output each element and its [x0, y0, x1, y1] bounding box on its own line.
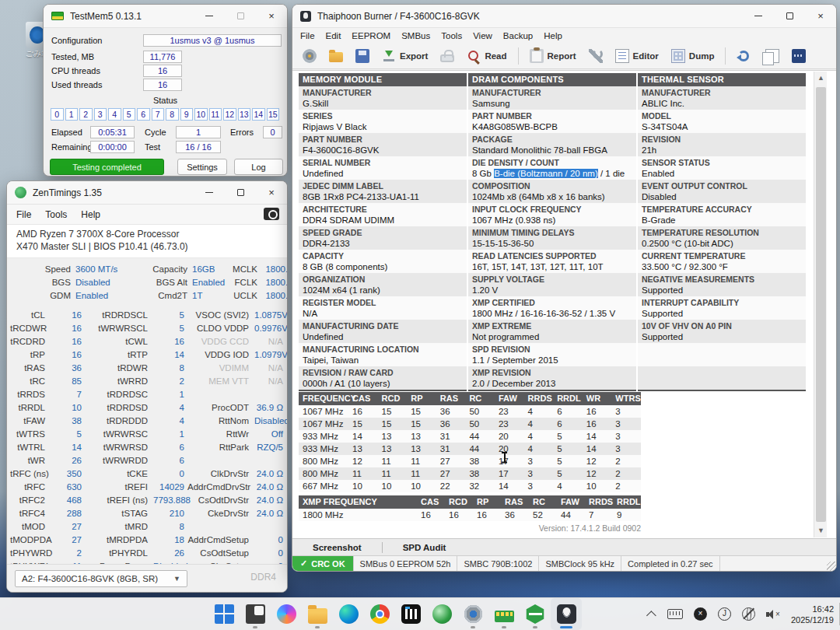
taskbar-globe-app-icon[interactable] [426, 598, 457, 630]
network-offline-icon[interactable] [742, 607, 755, 621]
field-value: Not programmed [472, 331, 636, 342]
cycle-value: 1 [176, 126, 221, 138]
cell: 7 [585, 509, 613, 521]
taskbar-equalizer-app-icon[interactable] [395, 598, 426, 630]
tab-screenshot[interactable]: Screenshot [292, 543, 382, 552]
taskbar-gear-app-icon[interactable] [457, 598, 488, 630]
toolbar-export-button[interactable]: Export [378, 47, 432, 65]
close-button[interactable]: × [256, 5, 287, 27]
taskbar-start-icon[interactable] [208, 598, 240, 630]
taskview-icon [246, 604, 265, 624]
menu-item-file[interactable]: File [300, 31, 315, 40]
status-box: 4 [108, 108, 121, 121]
thaiphoon-app-icon [557, 604, 576, 624]
toolbar-firmware-button[interactable] [788, 47, 810, 65]
info-label: UCLK [233, 289, 262, 303]
testmem5-titlebar[interactable]: TestMem5 0.13.1 × [44, 5, 287, 28]
edge-icon [339, 604, 359, 624]
taskbar-testmem5-app-icon[interactable] [488, 598, 520, 630]
cell: 36 [436, 418, 466, 430]
taskbar-chrome-icon[interactable] [364, 598, 395, 630]
menu-item-tools[interactable]: Tools [45, 209, 67, 220]
status-circle-x-icon[interactable]: × [694, 607, 707, 621]
firmware-icon [792, 49, 806, 63]
field-label: CAPACITY [303, 251, 467, 261]
toolbar-lock-button[interactable] [436, 47, 458, 65]
scroll-down-icon[interactable]: ▼ [814, 524, 828, 537]
wrench-icon [589, 49, 603, 63]
toolbar-editor-button[interactable]: Editor [611, 47, 663, 65]
log-button[interactable]: Log [234, 159, 283, 175]
field-label: TEMPERATURE RESOLUTION [642, 228, 806, 238]
taskbar-zentimings-app-icon[interactable] [520, 598, 551, 630]
resize-grip[interactable] [827, 562, 836, 571]
menu-item-help[interactable]: Help [81, 209, 100, 220]
volume-muted-icon[interactable]: × [766, 609, 780, 620]
minimize-button[interactable] [194, 181, 225, 204]
timings-grid: tCL16tRDRDSCL5VSOC (SVI2)1.0875VtRCDWR16… [7, 307, 287, 573]
toolbar-folder-button[interactable] [325, 47, 347, 65]
timing-value: 2 [51, 547, 85, 560]
field-label: MANUFACTURING DATE [303, 321, 467, 331]
taskbar-taskview-icon[interactable] [240, 598, 271, 630]
close-button[interactable]: × [805, 5, 836, 27]
header-cell: CAS [417, 495, 445, 509]
spd-field: ORGANIZATION1024M x64 (1 rank) [299, 273, 467, 296]
taskbar-clock[interactable]: 16:42 2025/12/19 [791, 604, 834, 625]
field-value: 1.20 V [472, 285, 636, 296]
settings-button[interactable]: Settings [177, 159, 227, 175]
spd-field: XMP EXTREMENot programmed [468, 320, 636, 343]
minimize-button[interactable] [743, 5, 774, 27]
timing-label: tRFC4 [10, 507, 51, 520]
menu-item-backup[interactable]: Backup [503, 31, 533, 40]
timing-value: 7 [51, 388, 85, 401]
toolbar-read-button[interactable]: Read [463, 47, 510, 65]
minimize-button[interactable] [194, 5, 225, 27]
vertical-scrollbar[interactable]: ▲ ▼ [814, 72, 827, 537]
menu-item-smbus[interactable]: SMBus [401, 31, 430, 40]
close-button[interactable]: × [256, 181, 287, 204]
clock-app-icon[interactable]: J [718, 607, 731, 621]
maximize-button[interactable] [225, 181, 256, 204]
taskbar-edge-icon[interactable] [333, 598, 364, 630]
menu-item-tools[interactable]: Tools [441, 31, 462, 40]
scroll-up-icon[interactable]: ▲ [814, 72, 828, 85]
timing-label: tRRDS [10, 388, 51, 401]
toolbar-gear-button[interactable] [299, 47, 320, 65]
scrollbar-thumb[interactable] [816, 87, 826, 522]
screenshot-camera-icon[interactable] [264, 208, 279, 220]
menu-item-edit[interactable]: Edit [326, 31, 341, 40]
info-value: 1800.00 [262, 276, 288, 289]
header-cell: RAS [501, 495, 529, 509]
maximize-button[interactable] [774, 5, 805, 27]
tab-spd-audit[interactable]: SPD Audit [383, 543, 467, 552]
timing-label: tMRD [85, 520, 153, 534]
menu-item-view[interactable]: View [473, 31, 492, 40]
toolbar-dump-button[interactable]: Dump [667, 47, 719, 65]
dimm-select[interactable]: A2: F4-3600C16-8GVK (8GB, SR)▼ [15, 570, 187, 587]
zentimings-titlebar[interactable]: ZenTimings 1.35 × [7, 181, 287, 205]
timing-label: tWTRL [10, 441, 51, 454]
thaiphoon-titlebar[interactable]: Thaiphoon Burner / F4-3600C16-8GVK × [292, 5, 836, 28]
menu-item-file[interactable]: File [16, 209, 31, 220]
info-label: BGS Alt [131, 276, 192, 289]
touch-keyboard-icon[interactable] [667, 609, 683, 619]
field-label: ORGANIZATION [303, 275, 467, 285]
toolbar-report-button[interactable]: Report [526, 47, 580, 65]
timing-value: 5 [51, 428, 85, 441]
taskbar-explorer-icon[interactable] [302, 598, 333, 630]
toolbar-wrench-button[interactable] [585, 47, 607, 65]
toolbar-copy-button[interactable] [759, 47, 783, 65]
timing-value: 6 [153, 454, 187, 467]
menu-item-help[interactable]: Help [544, 31, 562, 40]
taskbar-copilot-icon[interactable] [271, 598, 302, 630]
menu-item-eeprom[interactable]: EEPROM [352, 31, 390, 40]
toolbar-save-button[interactable] [352, 47, 373, 65]
spd-field: PACKAGEStandard Monolithic 78-ball FBGA [468, 133, 636, 156]
info-value: 16GB [192, 263, 233, 276]
status-segment: SMBClock 95 kHz [539, 556, 621, 571]
tray-overflow-chevron-icon[interactable] [646, 611, 656, 621]
timing-value: 16 [51, 348, 85, 362]
taskbar-thaiphoon-app-icon[interactable] [551, 598, 582, 630]
toolbar-refresh-button[interactable] [733, 47, 754, 65]
